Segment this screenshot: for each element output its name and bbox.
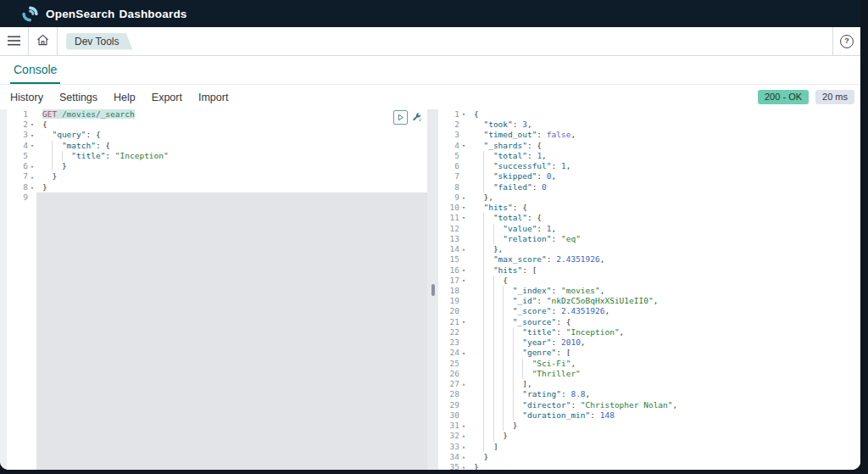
code-line[interactable]: "genre": [ <box>468 348 860 358</box>
resizer-drag-handle[interactable] <box>431 284 435 296</box>
code-line[interactable]: ], <box>468 379 860 389</box>
fold-widget-icon[interactable]: ▴ <box>28 174 36 181</box>
fold-widget-icon[interactable]: ▴ <box>459 381 468 388</box>
panel-resizer[interactable] <box>427 109 438 470</box>
request-options-wrench-icon[interactable] <box>410 111 423 124</box>
code-line[interactable]: } <box>468 462 860 470</box>
line-number: 6 <box>7 161 28 171</box>
code-line[interactable]: } <box>36 182 427 192</box>
fold-widget-icon[interactable]: ▾ <box>459 204 468 211</box>
code-line[interactable]: "max_score": 2.4351926, <box>468 254 860 265</box>
code-line[interactable]: "_id": "nkDzC5oBqHxXSiU1eII0", <box>468 296 860 306</box>
fold-widget-icon[interactable]: ▴ <box>459 443 468 450</box>
code-line[interactable]: "query": { <box>36 130 427 140</box>
code-line[interactable]: "rating": 8.8, <box>468 389 860 399</box>
fold-widget-icon[interactable]: ▾ <box>28 142 36 149</box>
line-number: 29 <box>438 400 459 410</box>
tab-bar: Console <box>0 56 860 85</box>
code-line[interactable]: { <box>36 120 427 130</box>
indent-guide <box>493 306 503 316</box>
history-link[interactable]: History <box>10 92 43 103</box>
indent-guide <box>483 327 492 337</box>
code-line[interactable]: "director": "Christopher Nolan", <box>468 400 860 410</box>
code-line[interactable]: "relation": "eq" <box>468 234 860 244</box>
top-brand-bar: OpenSearchDashboards <box>0 0 860 27</box>
fold-widget-icon[interactable]: ▾ <box>459 215 468 221</box>
fold-widget-icon[interactable]: ▾ <box>459 350 468 357</box>
code-line[interactable]: "_source": { <box>468 317 860 327</box>
gutter-line: 6 <box>438 161 468 171</box>
breadcrumb-dev-tools[interactable]: Dev Tools <box>66 33 132 50</box>
code-line[interactable]: "title": "Inception", <box>468 327 860 337</box>
fold-widget-icon[interactable]: ▾ <box>28 132 36 139</box>
fold-widget-icon[interactable]: ▾ <box>459 319 468 326</box>
code-line[interactable]: "Thriller" <box>468 369 860 379</box>
gutter-line: 31▴ <box>438 421 468 431</box>
code-line[interactable]: } <box>468 431 860 441</box>
code-line[interactable]: } <box>468 452 860 462</box>
code-line[interactable]: "value": 1, <box>468 224 860 234</box>
code-line[interactable]: "hits": { <box>468 203 860 213</box>
line-number: 18 <box>438 286 459 296</box>
help-icon: ? <box>840 35 854 48</box>
home-button[interactable] <box>29 27 58 55</box>
indent-guide <box>483 286 492 296</box>
code-line[interactable]: "duration_min": 148 <box>468 410 860 421</box>
code-line[interactable]: }, <box>468 192 860 203</box>
code-line[interactable]: }, <box>468 244 860 254</box>
code-line[interactable]: "Sci-Fi", <box>468 359 860 369</box>
code-line[interactable]: "year": 2010, <box>468 337 860 348</box>
fold-widget-icon[interactable]: ▾ <box>459 142 468 149</box>
fold-widget-icon[interactable]: ▴ <box>459 464 468 470</box>
fold-widget-icon[interactable]: ▴ <box>459 246 468 253</box>
fold-widget-icon[interactable]: ▾ <box>28 121 36 128</box>
code-line[interactable]: } <box>36 171 427 181</box>
send-request-button[interactable] <box>393 110 408 125</box>
settings-link[interactable]: Settings <box>59 92 97 103</box>
code-line[interactable]: } <box>36 161 427 171</box>
code-line[interactable]: ] <box>468 442 860 452</box>
request-code-area[interactable]: GET /movies/_search{"query": {"match": {… <box>36 109 427 470</box>
help-link[interactable]: Help <box>114 92 136 103</box>
tab-console[interactable]: Console <box>10 56 60 84</box>
code-line[interactable]: { <box>468 109 860 120</box>
code-line[interactable]: "_shards": { <box>468 141 860 151</box>
code-line[interactable]: "total": { <box>468 213 860 223</box>
code-line[interactable]: "successful": 1, <box>468 161 860 171</box>
fold-widget-icon[interactable]: ▴ <box>459 422 468 429</box>
menu-button[interactable] <box>0 27 29 55</box>
request-editor[interactable]: 12▾3▾4▾56▴7▴8▴9 GET /movies/_search{"que… <box>7 109 427 470</box>
code-line[interactable]: "title": "Inception" <box>36 151 427 161</box>
fold-widget-icon[interactable]: ▴ <box>459 432 468 439</box>
code-line[interactable]: "_score": 2.4351926, <box>468 306 860 316</box>
code-line[interactable]: "took": 3, <box>468 120 860 130</box>
code-line[interactable] <box>36 192 427 203</box>
fold-widget-icon[interactable]: ▾ <box>459 277 468 284</box>
fold-widget-icon[interactable]: ▴ <box>28 184 36 191</box>
fold-widget-icon[interactable]: ▴ <box>459 194 468 201</box>
response-editor[interactable]: 1▾234▾56789▴10▾11▾121314▴1516▾17▾1819202… <box>438 109 860 470</box>
help-button[interactable]: ? <box>832 27 860 55</box>
code-line[interactable]: } <box>468 421 860 431</box>
code-line[interactable]: "timed_out": false, <box>468 130 860 140</box>
response-code-area[interactable]: {"took": 3,"timed_out": false,"_shards":… <box>468 109 860 470</box>
code-line[interactable]: "match": { <box>36 141 427 151</box>
import-link[interactable]: Import <box>198 92 228 103</box>
gutter-line: 4▾ <box>7 141 36 151</box>
fold-widget-icon[interactable]: ▾ <box>459 267 468 274</box>
console-editors: 12▾3▾4▾56▴7▴8▴9 GET /movies/_search{"que… <box>0 109 860 470</box>
fold-widget-icon[interactable]: ▴ <box>28 163 36 170</box>
code-line[interactable]: GET /movies/_search <box>36 109 427 120</box>
code-line[interactable]: "_index": "movies", <box>468 286 860 296</box>
fold-widget-icon[interactable]: ▴ <box>459 454 468 460</box>
code-line[interactable]: "hits": [ <box>468 265 860 276</box>
code-line[interactable]: "skipped": 0, <box>468 171 860 181</box>
indent-guide <box>483 213 492 223</box>
fold-widget-icon[interactable]: ▾ <box>459 111 468 118</box>
hamburger-icon <box>8 34 20 49</box>
code-line[interactable]: "failed": 0 <box>468 182 860 192</box>
code-line[interactable]: "total": 1, <box>468 151 860 161</box>
code-line[interactable]: { <box>468 276 860 286</box>
indent-guide <box>493 431 503 441</box>
export-link[interactable]: Export <box>152 92 182 103</box>
